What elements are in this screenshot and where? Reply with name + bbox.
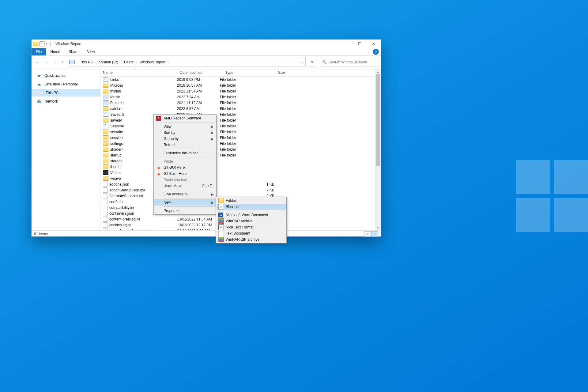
recent-dropdown-icon[interactable]: ⌵	[52, 58, 57, 66]
menu-group-by[interactable]: Group by▶	[154, 136, 216, 142]
file-row[interactable]: weave26/01	[100, 175, 381, 181]
menu-customize[interactable]: Customize this folder...	[154, 150, 216, 156]
up-button[interactable]: ↑	[58, 58, 66, 66]
menu-sort-by[interactable]: Sort by▶	[154, 130, 216, 136]
file-row[interactable]: storage	[100, 158, 381, 164]
menu-new-txt[interactable]: Text Document	[217, 230, 286, 236]
address-bar[interactable]: › This PC› System (C:)› Users› WindowsRe…	[68, 58, 306, 66]
col-size[interactable]: Size	[262, 70, 288, 75]
file-name: thumbn	[110, 165, 123, 169]
address-dropdown-icon[interactable]: ⌵	[301, 61, 303, 64]
file-type: File folder	[217, 95, 254, 99]
menu-amd[interactable]: AAMD Radeon Software	[154, 115, 216, 121]
menu-new-zip[interactable]: WinRAR ZIP archive	[217, 236, 286, 243]
menu-refresh[interactable]: Refresh	[154, 142, 216, 148]
menu-git-gui[interactable]: ◆Git GUI Here	[154, 164, 216, 171]
file-icon	[103, 130, 108, 134]
file-icon	[103, 164, 108, 169]
submenu-arrow-icon: ▶	[211, 201, 214, 204]
breadcrumb-seg[interactable]: WindowsReport	[138, 60, 167, 64]
qat-dropdown-icon[interactable]: ▾	[46, 42, 47, 45]
close-button[interactable]: ✕	[367, 40, 381, 48]
file-name: startup	[110, 153, 122, 157]
menu-new[interactable]: New▶	[154, 199, 216, 205]
sort-indicator-icon: ⌃	[135, 69, 137, 71]
file-type: File folder	[217, 136, 254, 140]
menu-undo-move[interactable]: Undo MoveCtrl+Z	[154, 183, 216, 189]
forward-button[interactable]: →	[43, 58, 51, 66]
breadcrumb-seg[interactable]: System (C:)	[98, 60, 119, 64]
folder-icon[interactable]	[33, 42, 38, 46]
file-row[interactable]: minidu2022 11:54 AMFile folder	[100, 88, 381, 94]
menu-new-rar[interactable]: WinRAR archive	[217, 218, 286, 224]
scroll-down-icon[interactable]: ▾	[375, 225, 381, 230]
menu-new-folder[interactable]: Folder	[217, 198, 286, 204]
ribbon-expand-icon[interactable]: ⌵	[368, 48, 370, 55]
file-name: Videos	[110, 171, 121, 175]
file-row[interactable]: saved-t2022 8:57 AMFile folder	[100, 117, 381, 123]
desktop: ▾ | WindowsReport — ☐ ✕ File Home Share …	[0, 0, 588, 392]
col-date[interactable]: Date modified	[177, 70, 223, 75]
share-tab[interactable]: Share	[64, 48, 83, 55]
file-row[interactable]: addons.json13/011 KB	[100, 181, 381, 187]
file-row[interactable]: Videos	[100, 170, 381, 175]
file-row[interactable]: shader-2022 8:55 AMFile folder	[100, 146, 381, 152]
scroll-thumb[interactable]	[376, 74, 380, 166]
back-button[interactable]: ←	[34, 58, 41, 66]
nav-quick-access[interactable]: ★Quick access	[32, 72, 100, 79]
file-icon	[103, 228, 107, 230]
maximize-button[interactable]: ☐	[352, 40, 367, 48]
col-type[interactable]: Type	[223, 70, 262, 75]
col-name[interactable]: Name	[100, 70, 177, 75]
titlebar[interactable]: ▾ | WindowsReport — ☐ ✕	[32, 40, 381, 48]
home-tab[interactable]: Home	[46, 48, 64, 55]
file-row[interactable]: session2022 8:57 AMFile folder	[100, 135, 381, 141]
file-row[interactable]: Pictures2021 11:12 AMFile folder	[100, 100, 381, 106]
menu-git-bash[interactable]: ◆Git Bash Here	[154, 171, 216, 177]
properties-icon[interactable]	[40, 41, 44, 46]
pc-icon	[37, 91, 43, 95]
menu-give-access[interactable]: Give access to▶	[154, 191, 216, 197]
scroll-up-icon[interactable]: ▴	[375, 69, 381, 74]
view-large-icons-button[interactable]: ⊞	[364, 231, 371, 237]
file-row[interactable]: thumbn	[100, 164, 381, 170]
help-button[interactable]: ?	[373, 49, 379, 55]
submenu-arrow-icon: ▶	[211, 137, 214, 141]
file-row[interactable]: settings2022 11:54 AMFile folder	[100, 141, 381, 146]
explorer-window: ▾ | WindowsReport — ☐ ✕ File Home Share …	[31, 39, 381, 237]
minimize-button[interactable]: —	[338, 40, 352, 48]
search-box[interactable]: 🔍 Search WindowsReport	[320, 58, 378, 66]
menu-new-rtf[interactable]: WRich Text Format	[217, 224, 286, 230]
nav-network[interactable]: 🖧Network	[32, 98, 100, 105]
breadcrumb-seg[interactable]: Users	[123, 60, 135, 64]
file-row[interactable]: security2022 11:54 AMFile folder	[100, 129, 381, 135]
file-icon	[103, 222, 107, 228]
shortcut-icon: ↗	[218, 204, 224, 209]
menu-properties[interactable]: Properties	[154, 208, 216, 214]
file-row[interactable]: addonStartup.json.lz413/017 KB	[100, 187, 381, 193]
file-row[interactable]: Links2019 9:03 PMFile folder	[100, 77, 381, 82]
windows-logo	[516, 160, 588, 232]
file-name: content-prefs.sqlite	[109, 217, 140, 221]
file-row[interactable]: Searche2021 11:11 AMFile folder	[100, 123, 381, 129]
file-tab[interactable]: File	[32, 48, 46, 55]
file-row[interactable]: safebro2022 8:57 AMFile folder	[100, 106, 381, 111]
file-type: File folder	[217, 101, 254, 105]
menu-new-shortcut[interactable]: ↗Shortcut	[217, 204, 286, 210]
menu-new-word[interactable]: WMicrosoft Word Document	[217, 212, 286, 218]
submenu-arrow-icon: ▶	[211, 125, 214, 128]
view-tab[interactable]: View	[83, 48, 99, 55]
nav-this-pc[interactable]: This PC	[32, 89, 100, 96]
file-row[interactable]: startup2022 8:57 AMFile folder	[100, 152, 381, 158]
scrollbar[interactable]: ▴ ▾	[375, 69, 381, 230]
file-row[interactable]: Saved G2018 10:57 AMFile folder	[100, 111, 381, 117]
refresh-button[interactable]: ↻	[307, 58, 316, 66]
file-row[interactable]: Microso2018 10:57 AMFile folder	[100, 82, 381, 88]
menu-view[interactable]: View▶	[154, 123, 216, 130]
file-icon	[103, 106, 108, 111]
file-row[interactable]: Music2022 7:34 AMFile folder	[100, 94, 381, 100]
view-details-button[interactable]: ☰	[371, 231, 378, 237]
nav-onedrive[interactable]: ☁OneDrive - Personal	[32, 81, 100, 88]
breadcrumb-seg[interactable]: This PC	[79, 60, 94, 64]
file-type: File folder	[217, 147, 254, 152]
